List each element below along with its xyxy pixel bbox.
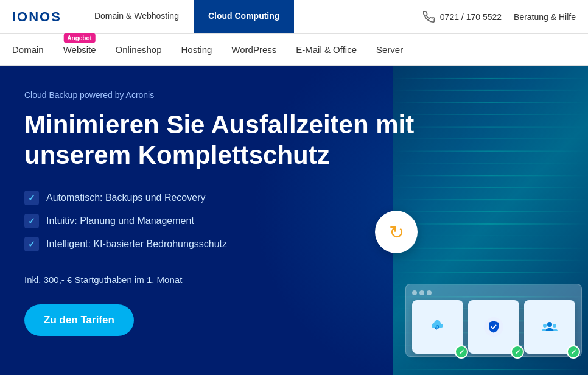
nav-server[interactable]: Server <box>376 42 403 57</box>
feature-item-3: Intelligent: KI-basierter Bedrohungsschu… <box>24 237 564 251</box>
nav-onlineshop[interactable]: Onlineshop <box>116 42 162 57</box>
restore-badge: ↻ <box>375 211 418 253</box>
check-icon-2 <box>24 214 39 228</box>
nav-hosting[interactable]: Hosting <box>181 42 212 57</box>
top-nav: IONOS Domain & Webhosting Cloud Computin… <box>0 0 588 34</box>
check-icon-3 <box>24 237 39 251</box>
feature-item-1: Automatisch: Backups und Recovery <box>24 191 564 205</box>
svg-rect-2 <box>393 102 588 103</box>
svg-rect-0 <box>393 78 588 79</box>
feature-label-1: Automatisch: Backups und Recovery <box>46 192 205 203</box>
svg-rect-8 <box>393 175 588 176</box>
cards-row: ✓ ✓ <box>412 300 575 354</box>
card-check-2: ✓ <box>511 345 524 359</box>
svg-rect-24 <box>393 369 588 370</box>
svg-rect-15 <box>393 260 588 261</box>
svg-rect-9 <box>393 187 588 188</box>
dot-1 <box>412 290 417 295</box>
feature-label-3: Intelligent: KI-basierter Bedrohungsschu… <box>46 239 227 250</box>
help-link[interactable]: Beratung & Hilfe <box>514 12 576 22</box>
shield-icon <box>483 316 505 338</box>
secondary-nav: Domain Angebot Website Onlineshop Hostin… <box>0 34 588 66</box>
card-shield: ✓ <box>468 300 519 354</box>
team-icon <box>539 316 561 338</box>
phone-area: 0721 / 170 5522 <box>423 11 502 23</box>
svg-point-28 <box>547 322 552 327</box>
hero-section: ↻ Cloud Backup powered by Acronis Minimi… <box>0 66 588 375</box>
cta-button[interactable]: Zu den Tarifen <box>24 304 134 336</box>
svg-rect-23 <box>393 357 588 357</box>
cloud-restore-icon <box>427 316 449 338</box>
phone-number: 0721 / 170 5522 <box>440 12 502 22</box>
window-dots <box>412 290 575 295</box>
tab-domain-webhosting[interactable]: Domain & Webhosting <box>80 0 194 33</box>
card-check-3: ✓ <box>567 345 580 359</box>
feature-item-2: Intuitiv: Planung und Management <box>24 214 564 228</box>
nav-wordpress[interactable]: WordPress <box>231 42 276 57</box>
tab-cloud-computing[interactable]: Cloud Computing <box>194 0 294 33</box>
phone-icon <box>423 11 435 23</box>
check-icon-1 <box>24 191 39 205</box>
card-check-1: ✓ <box>455 345 468 359</box>
hero-title: Minimieren Sie Ausfallzeiten mit unserem… <box>24 110 426 171</box>
logo: IONOS <box>12 9 61 25</box>
dot-3 <box>427 290 432 295</box>
nav-website[interactable]: Angebot Website <box>63 42 96 57</box>
dot-2 <box>419 290 424 295</box>
nav-tabs: Domain & Webhosting Cloud Computing <box>80 0 294 33</box>
top-right-area: 0721 / 170 5522 Beratung & Hilfe <box>423 11 576 23</box>
hero-subtitle: Cloud Backup powered by Acronis <box>24 90 564 100</box>
nav-domain[interactable]: Domain <box>12 42 44 57</box>
svg-point-29 <box>543 324 547 328</box>
feature-label-2: Intuitiv: Planung und Management <box>46 216 194 226</box>
svg-rect-16 <box>393 272 588 273</box>
hero-features-list: Automatisch: Backups und Recovery Intuit… <box>24 191 564 260</box>
card-cloud-restore: ✓ <box>412 300 463 354</box>
angebot-badge: Angebot <box>63 33 96 43</box>
nav-email-office[interactable]: E-Mail & Office <box>296 42 357 57</box>
card-team: ✓ <box>524 300 575 354</box>
window-frame: ✓ ✓ <box>405 284 582 357</box>
restore-icon: ↻ <box>389 222 404 243</box>
svg-point-30 <box>553 324 556 328</box>
